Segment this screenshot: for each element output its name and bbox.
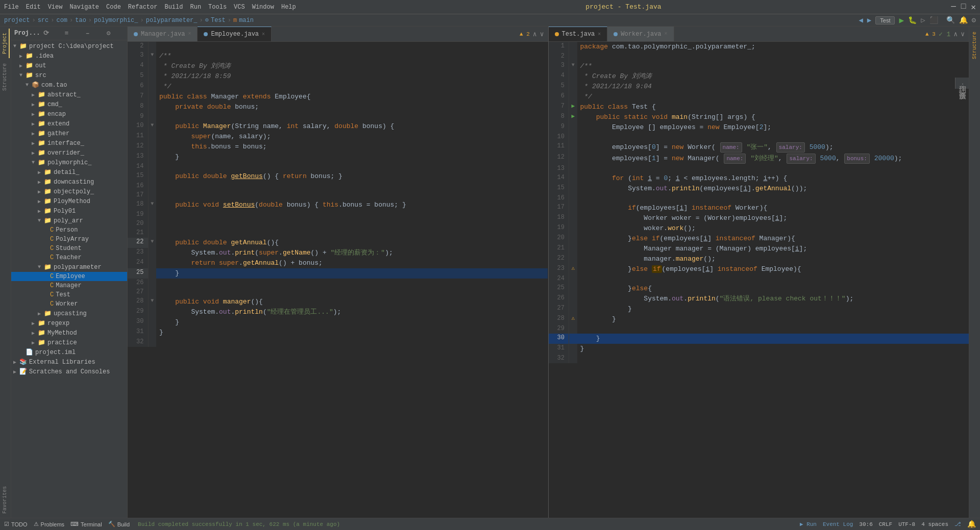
test-close-btn[interactable]: × <box>598 32 601 37</box>
tree-item-gather[interactable]: ▶ 📁 gather <box>11 129 127 138</box>
tree-item-polyparameter[interactable]: ▼ 📁 polyparameter <box>11 262 127 272</box>
menu-vcs[interactable]: VCS <box>234 4 245 11</box>
left-nav-down[interactable]: ∨ <box>540 30 544 38</box>
terminal-button[interactable]: ⌨ Terminal <box>70 521 102 527</box>
tree-item-overrider[interactable]: ▶ 📁 overrider_ <box>11 148 127 158</box>
window-controls[interactable]: — □ ✕ <box>951 2 976 12</box>
tree-item-person[interactable]: ▶ C Person <box>11 225 127 235</box>
tree-item-src[interactable]: ▼ 📁 src <box>11 70 127 80</box>
tree-item-detail[interactable]: ▶ 📁 detail_ <box>11 167 127 177</box>
breadcrumb-polyparameter[interactable]: polyparameter_ <box>146 17 198 24</box>
tree-item-employee[interactable]: ▶ C Employee <box>11 272 127 281</box>
tree-item-poly-arr[interactable]: ▼ 📁 poly_arr <box>11 216 127 225</box>
tree-item-scratches[interactable]: ▶ 📝 Scratches and Consoles <box>11 367 127 376</box>
menu-bar[interactable]: File Edit View Navigate Code Refactor Bu… <box>4 4 296 11</box>
build-button[interactable]: 🔨 Build <box>108 521 130 527</box>
breadcrumb-test[interactable]: Test <box>211 17 226 24</box>
maximize-button[interactable]: □ <box>961 2 966 12</box>
tree-item-manager[interactable]: ▶ C Manager <box>11 281 127 290</box>
tree-item-upcasting[interactable]: ▶ 📁 upcasting <box>11 309 127 318</box>
menu-window[interactable]: Window <box>252 4 274 11</box>
tree-item-downcasting[interactable]: ▶ 📁 downcasting <box>11 177 127 187</box>
menu-build[interactable]: Build <box>164 4 183 11</box>
tree-item-ploymethod[interactable]: ▶ 📁 PloyMethod <box>11 196 127 206</box>
tree-item-regexp[interactable]: ▶ 📁 regexp <box>11 318 127 328</box>
left-nav-up[interactable]: ∧ <box>533 30 537 38</box>
indent-setting[interactable]: 4 spaces <box>921 521 948 527</box>
tree-item-out[interactable]: ▶ 📁 out <box>11 61 127 70</box>
tree-item-worker[interactable]: ▶ C Worker <box>11 299 127 309</box>
fold-arrow[interactable] <box>151 122 154 128</box>
structure-tab-right[interactable]: Structure <box>971 29 978 62</box>
breadcrumb-tao[interactable]: tao <box>75 17 86 24</box>
tree-item-abstract[interactable]: ▶ 📁 abstract_ <box>11 90 127 99</box>
tree-item-ext-libs[interactable]: ▶ 📚 External Libraries <box>11 357 127 367</box>
tree-item-com-tao[interactable]: ▼ 📦 com.tao <box>11 80 127 90</box>
tab-manager-java[interactable]: Manager.java × <box>128 27 198 41</box>
manager-close-btn[interactable]: × <box>188 31 191 37</box>
left-code-scroll[interactable]: 2 3/** 4 * Create By 刘鸿涛 5 * 2021/12/18 … <box>128 42 548 518</box>
notifications-icon[interactable]: 🔔 <box>959 16 968 24</box>
settings-icon[interactable]: ⚙ <box>972 16 976 24</box>
tree-item-extend[interactable]: ▶ 📁 extend <box>11 119 127 129</box>
run-gutter-icon-8[interactable]: ▶ <box>571 113 575 119</box>
tree-item-cmd[interactable]: ▶ 📁 cmd_ <box>11 99 127 109</box>
structure-tab-left[interactable]: Structure <box>1 59 10 95</box>
run-button-status[interactable]: ▶ Run <box>800 521 817 527</box>
search-icon[interactable]: 🔍 <box>946 16 955 24</box>
employee-close-btn[interactable]: × <box>262 32 265 37</box>
fold-arrow[interactable] <box>151 52 154 58</box>
menu-refactor[interactable]: Refactor <box>128 4 158 11</box>
breadcrumb-project[interactable]: project <box>4 17 30 24</box>
tree-item-student[interactable]: ▶ C Student <box>11 244 127 253</box>
fold-arrow[interactable] <box>151 201 154 207</box>
tree-item-objectpoly[interactable]: ▶ 📁 objectpoly_ <box>11 187 127 196</box>
line-ending[interactable]: CRLF <box>879 521 892 527</box>
todo-button[interactable]: ☑ TODO <box>4 521 28 527</box>
tree-item-mymethod[interactable]: ▶ 📁 MyMethod <box>11 328 127 338</box>
tree-item-polymorphic[interactable]: ▼ 📁 polymorphic_ <box>11 158 127 167</box>
menu-edit[interactable]: Edit <box>26 4 41 11</box>
run-gutter-icon-7[interactable]: ▶ <box>571 103 575 109</box>
tree-item-teacher[interactable]: ▶ C Teacher <box>11 253 127 262</box>
menu-help[interactable]: Help <box>281 4 296 11</box>
breadcrumb-polymorphic[interactable]: polymorphic_ <box>94 17 138 24</box>
tree-item-project-iml[interactable]: ▶ 📄 project.iml <box>11 347 127 357</box>
fold-arrow[interactable] <box>572 62 575 68</box>
nav-forward-icon[interactable]: ▶ <box>867 16 871 24</box>
tree-item-project[interactable]: ▼ 📁 project C:\idea\project <box>11 41 127 51</box>
tree-item-test[interactable]: ▶ C Test <box>11 290 127 299</box>
collapse-all-icon[interactable]: ≡ <box>63 29 82 38</box>
menu-file[interactable]: File <box>4 4 19 11</box>
tab-employee-java[interactable]: Employee.java × <box>198 27 272 41</box>
run-button[interactable]: ▶ <box>899 15 904 26</box>
right-nav-up[interactable]: ∧ <box>953 30 958 38</box>
encoding[interactable]: UTF-8 <box>898 521 915 527</box>
project-tab[interactable]: Project <box>1 29 10 58</box>
tree-item-encap[interactable]: ▶ 📁 encap <box>11 109 127 119</box>
tree-item-idea[interactable]: ▶ 📁 .idea <box>11 51 127 61</box>
worker-close-btn[interactable]: × <box>665 31 668 37</box>
tree-item-practice[interactable]: ▶ 📁 practice <box>11 338 127 347</box>
favorites-tab[interactable]: Favorites <box>1 482 10 518</box>
menu-navigate[interactable]: Navigate <box>69 4 99 11</box>
menu-code[interactable]: Code <box>106 4 121 11</box>
menu-tools[interactable]: Tools <box>208 4 227 11</box>
minimize-button[interactable]: — <box>951 2 956 12</box>
menu-run[interactable]: Run <box>190 4 201 11</box>
sync-icon[interactable]: ⟳ <box>42 29 61 38</box>
hide-panel-icon[interactable]: – <box>84 29 103 38</box>
tree-item-polyarray[interactable]: ▶ C PolyArray <box>11 235 127 244</box>
right-nav-down[interactable]: ∨ <box>961 30 965 38</box>
fold-arrow[interactable] <box>151 298 154 304</box>
breadcrumb-main[interactable]: main <box>239 17 254 24</box>
right-code-scroll[interactable]: 1package com.tao.polymorphic_.polyparame… <box>549 42 969 518</box>
event-log-button[interactable]: Event Log <box>823 521 853 527</box>
gear-icon[interactable]: ⚙ <box>105 29 124 38</box>
tree-item-poly01[interactable]: ▶ 📁 Poly01 <box>11 206 127 216</box>
nav-back-icon[interactable]: ◀ <box>859 16 863 24</box>
breadcrumb-com[interactable]: com <box>56 17 67 24</box>
stop-button[interactable]: ⬛ <box>929 16 938 24</box>
close-button[interactable]: ✕ <box>971 2 976 12</box>
run-coverage-button[interactable]: ▷ <box>921 16 925 24</box>
